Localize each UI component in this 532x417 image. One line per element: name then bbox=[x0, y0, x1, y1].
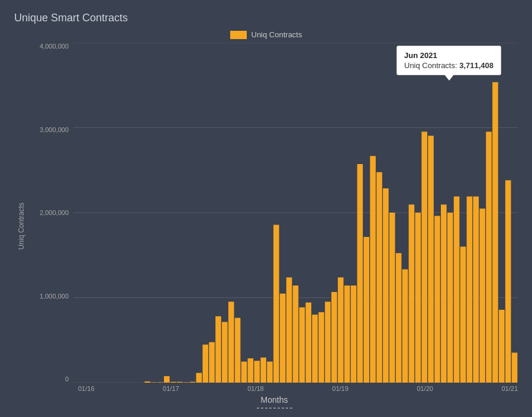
page-container: Unique Smart Contracts Uniq Contracts Un… bbox=[0, 0, 532, 417]
y-tick-label: 4,000,000 bbox=[31, 43, 69, 50]
legend-label: Uniq Contracts bbox=[252, 30, 302, 39]
bar[interactable] bbox=[286, 277, 292, 383]
bar[interactable] bbox=[415, 213, 421, 383]
x-tick-label: 01/17 bbox=[163, 385, 179, 392]
bar[interactable] bbox=[241, 361, 247, 383]
bar[interactable] bbox=[215, 316, 221, 383]
bar[interactable] bbox=[370, 156, 376, 383]
page-title: Unique Smart Contracts bbox=[14, 12, 518, 24]
bar[interactable] bbox=[421, 131, 427, 383]
bar[interactable] bbox=[460, 246, 466, 383]
bar[interactable] bbox=[338, 277, 344, 383]
bar[interactable] bbox=[447, 213, 453, 383]
bar[interactable] bbox=[222, 322, 228, 383]
chart-plot-area: 01,000,0002,000,0003,000,0004,000,000 Ju… bbox=[31, 43, 518, 383]
x-tick-labels: 01/1601/1701/1801/1901/2001/21 bbox=[78, 383, 518, 392]
y-tick-label: 0 bbox=[31, 376, 69, 383]
bar[interactable] bbox=[383, 188, 389, 383]
x-axis-title-row: Months bbox=[31, 394, 518, 410]
bar[interactable] bbox=[344, 286, 350, 383]
x-tick-label: 01/18 bbox=[247, 385, 264, 392]
bar[interactable] bbox=[351, 286, 357, 383]
bar[interactable] bbox=[492, 82, 498, 383]
y-tick-label: 3,000,000 bbox=[31, 126, 69, 133]
chart-svg bbox=[73, 43, 518, 383]
bar[interactable] bbox=[170, 382, 176, 383]
y-tick-label: 1,000,000 bbox=[31, 293, 69, 300]
bar[interactable] bbox=[144, 381, 150, 383]
bar[interactable] bbox=[235, 318, 241, 383]
bar[interactable] bbox=[151, 382, 157, 383]
bar[interactable] bbox=[273, 225, 279, 383]
bar[interactable] bbox=[363, 237, 369, 383]
bar[interactable] bbox=[512, 352, 518, 383]
bar[interactable] bbox=[331, 292, 337, 383]
bar[interactable] bbox=[318, 312, 324, 383]
bar[interactable] bbox=[267, 361, 273, 383]
x-tick-label: 01/16 bbox=[78, 385, 95, 392]
bar[interactable] bbox=[467, 197, 473, 383]
bar[interactable] bbox=[157, 382, 163, 383]
x-tick-label: 01/20 bbox=[417, 385, 433, 392]
bar[interactable] bbox=[280, 294, 286, 383]
bar[interactable] bbox=[499, 310, 505, 383]
bar[interactable] bbox=[434, 216, 440, 383]
bar[interactable] bbox=[376, 172, 382, 383]
legend: Uniq Contracts bbox=[14, 30, 518, 39]
bar[interactable] bbox=[428, 136, 434, 383]
bar[interactable] bbox=[228, 301, 234, 383]
bar[interactable] bbox=[486, 131, 492, 383]
legend-color-box bbox=[230, 31, 247, 39]
bar[interactable] bbox=[325, 301, 331, 383]
bar[interactable] bbox=[305, 303, 311, 383]
x-axis-title: Months bbox=[261, 395, 288, 405]
bar[interactable] bbox=[202, 345, 208, 383]
y-tick-label: 2,000,000 bbox=[31, 209, 69, 216]
y-axis-label-container: Uniq Contracts bbox=[14, 43, 28, 410]
chart-canvas-wrapper: Jun 2021 Uniq Contracts: 3,711,408 bbox=[73, 43, 518, 383]
bar[interactable] bbox=[389, 213, 395, 383]
y-axis-label: Uniq Contracts bbox=[17, 203, 25, 249]
x-axis-row: 01/1601/1701/1801/1901/2001/21 bbox=[31, 383, 518, 392]
bar[interactable] bbox=[402, 270, 408, 383]
bar[interactable] bbox=[454, 197, 460, 383]
bar[interactable] bbox=[357, 164, 363, 383]
bar[interactable] bbox=[177, 382, 183, 383]
bar[interactable] bbox=[190, 382, 196, 383]
dashes-svg bbox=[257, 406, 292, 410]
bar[interactable] bbox=[196, 373, 202, 383]
bar[interactable] bbox=[183, 382, 189, 383]
bar[interactable] bbox=[312, 315, 318, 383]
bar[interactable] bbox=[164, 376, 170, 383]
bar[interactable] bbox=[409, 204, 415, 383]
bar[interactable] bbox=[293, 286, 299, 383]
bar[interactable] bbox=[473, 197, 479, 383]
chart-inner: Uniq Contracts 01,000,0002,000,0003,000,… bbox=[14, 43, 518, 410]
bar[interactable] bbox=[248, 358, 254, 383]
bar[interactable] bbox=[299, 307, 305, 383]
bar[interactable] bbox=[260, 358, 266, 383]
x-tick-label: 01/19 bbox=[332, 385, 349, 392]
chart-with-axes: 01,000,0002,000,0003,000,0004,000,000 Ju… bbox=[31, 43, 518, 410]
bar[interactable] bbox=[441, 204, 447, 383]
bar[interactable] bbox=[209, 342, 215, 383]
bar[interactable] bbox=[505, 180, 511, 383]
x-tick-label: 01/21 bbox=[501, 385, 518, 392]
bar[interactable] bbox=[254, 361, 260, 383]
x-axis-dashes bbox=[31, 406, 518, 410]
bar[interactable] bbox=[396, 253, 402, 383]
y-ticks: 01,000,0002,000,0003,000,0004,000,000 bbox=[31, 43, 73, 383]
chart-area: Uniq Contracts Uniq Contracts 01,000,000… bbox=[14, 30, 518, 410]
bar[interactable] bbox=[479, 208, 485, 383]
